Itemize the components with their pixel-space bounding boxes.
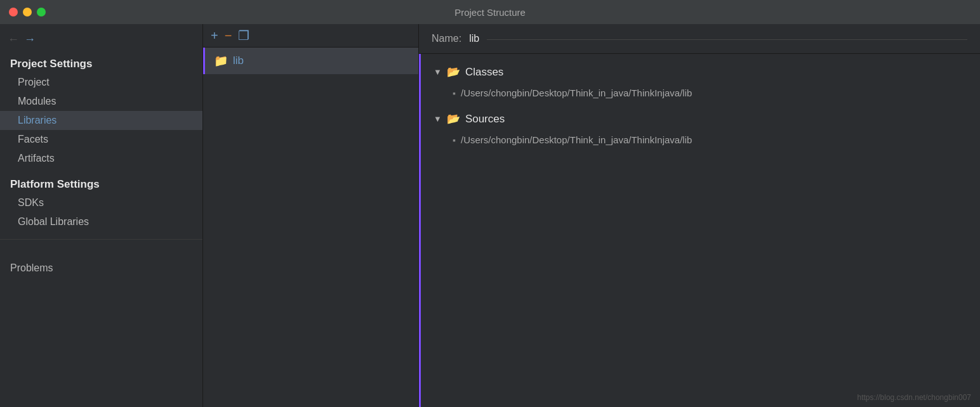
nav-bar: ← → bbox=[0, 29, 202, 50]
sidebar-item-artifacts[interactable]: Artifacts bbox=[0, 149, 202, 168]
sources-section: ▼ 📂 Sources ▪ /Users/chongbin/Desktop/Th… bbox=[421, 107, 980, 149]
classes-section-header[interactable]: ▼ 📂 Classes bbox=[421, 60, 980, 84]
project-settings-section: Project Settings Project Modules Librari… bbox=[0, 50, 202, 171]
classes-path-value: /Users/chongbin/Desktop/Think_in_java/Th… bbox=[461, 87, 692, 98]
platform-settings-header: Platform Settings bbox=[0, 173, 202, 193]
title-bar: Project Structure bbox=[0, 0, 980, 24]
sources-label: Sources bbox=[465, 113, 505, 126]
sources-path-icon: ▪ bbox=[453, 135, 456, 145]
back-button[interactable]: ← bbox=[8, 33, 19, 46]
sidebar-item-modules[interactable]: Modules bbox=[0, 92, 202, 111]
middle-panel: + − ❐ 📁 lib bbox=[203, 24, 419, 407]
minimize-button[interactable] bbox=[23, 8, 32, 16]
library-item-lib[interactable]: 📁 lib bbox=[203, 48, 418, 74]
watermark: https://blog.csdn.net/chongbin007 bbox=[858, 393, 971, 402]
sources-chevron-icon: ▼ bbox=[434, 114, 442, 124]
library-icon: 📁 bbox=[214, 54, 228, 68]
sidebar-item-facets[interactable]: Facets bbox=[0, 130, 202, 149]
classes-path-item[interactable]: ▪ /Users/chongbin/Desktop/Think_in_java/… bbox=[421, 84, 980, 102]
name-bar: Name: lib bbox=[419, 24, 980, 54]
sidebar-item-problems[interactable]: Problems bbox=[0, 257, 202, 279]
forward-button[interactable]: → bbox=[24, 33, 36, 46]
add-library-button[interactable]: + bbox=[211, 29, 218, 42]
main-layout: ← → Project Settings Project Modules Lib… bbox=[0, 24, 980, 407]
sources-folder-icon: 📂 bbox=[447, 112, 460, 126]
window-controls bbox=[9, 8, 46, 16]
classes-section: ▼ 📂 Classes ▪ /Users/chongbin/Desktop/Th… bbox=[421, 60, 980, 102]
close-button[interactable] bbox=[9, 8, 18, 16]
classes-label: Classes bbox=[465, 66, 503, 79]
maximize-button[interactable] bbox=[37, 8, 46, 16]
tree-panel: ▼ 📂 Classes ▪ /Users/chongbin/Desktop/Th… bbox=[419, 54, 980, 407]
sidebar-item-sdks[interactable]: SDKs bbox=[0, 193, 202, 212]
project-settings-header: Project Settings bbox=[0, 53, 202, 73]
remove-library-button[interactable]: − bbox=[225, 29, 232, 42]
middle-toolbar: + − ❐ bbox=[203, 24, 418, 48]
name-label: Name: bbox=[432, 33, 461, 44]
name-underline bbox=[487, 39, 967, 40]
sources-path-value: /Users/chongbin/Desktop/Think_in_java/Th… bbox=[461, 134, 692, 145]
sidebar-item-project[interactable]: Project bbox=[0, 73, 202, 92]
sources-path-item[interactable]: ▪ /Users/chongbin/Desktop/Think_in_java/… bbox=[421, 131, 980, 149]
sidebar: ← → Project Settings Project Modules Lib… bbox=[0, 24, 203, 407]
name-value: lib bbox=[469, 33, 479, 44]
copy-library-button[interactable]: ❐ bbox=[238, 29, 249, 42]
library-name: lib bbox=[233, 55, 244, 67]
classes-folder-icon: 📂 bbox=[447, 65, 460, 79]
sidebar-item-global-libraries[interactable]: Global Libraries bbox=[0, 212, 202, 231]
sidebar-item-libraries[interactable]: Libraries bbox=[0, 111, 202, 130]
window-title: Project Structure bbox=[454, 7, 526, 18]
sources-section-header[interactable]: ▼ 📂 Sources bbox=[421, 107, 980, 131]
classes-path-icon: ▪ bbox=[453, 88, 456, 98]
classes-chevron-icon: ▼ bbox=[434, 67, 442, 77]
right-panel: Name: lib ▼ 📂 Classes ▪ /Users/chongbin/… bbox=[419, 24, 980, 407]
platform-settings-section: Platform Settings SDKs Global Libraries bbox=[0, 171, 202, 234]
sidebar-divider bbox=[0, 239, 202, 240]
